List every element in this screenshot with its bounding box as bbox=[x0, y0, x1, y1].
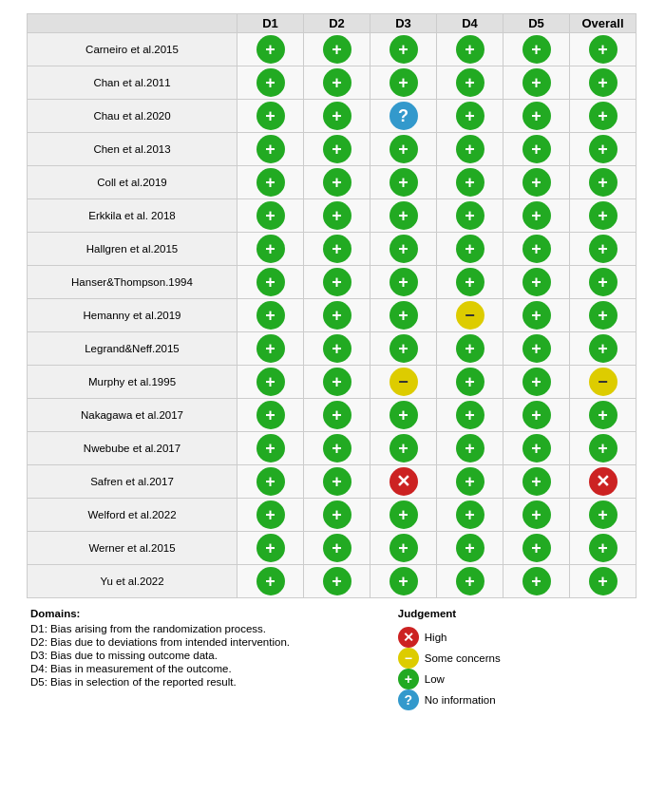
circle-low: + bbox=[323, 268, 352, 296]
domain-line: D5: Bias in selection of the reported re… bbox=[30, 676, 389, 688]
bias-cell: + bbox=[304, 266, 370, 299]
bias-cell: + bbox=[504, 465, 570, 499]
circle-low: + bbox=[522, 534, 551, 562]
col-header-d3: D3 bbox=[370, 14, 437, 33]
circle-low: + bbox=[522, 301, 551, 330]
bias-cell: + bbox=[370, 133, 437, 166]
bias-cell: + bbox=[370, 33, 437, 66]
circle-low: + bbox=[456, 334, 484, 363]
study-name-cell: Chen et al.2013 bbox=[28, 133, 238, 166]
circle-low: + bbox=[390, 567, 418, 595]
domain-line: D3: Bias due to missing outcome data. bbox=[30, 650, 389, 661]
col-header-d1: D1 bbox=[238, 14, 304, 33]
table-row: Coll et al.2019++++++ bbox=[28, 166, 636, 199]
bias-cell: + bbox=[570, 532, 636, 565]
study-name-cell: Hallgren et al.2015 bbox=[28, 233, 238, 266]
circle-low: + bbox=[522, 135, 551, 163]
bias-cell: + bbox=[437, 133, 504, 166]
bias-cell: + bbox=[437, 499, 504, 532]
bias-cell: + bbox=[370, 499, 437, 532]
bias-cell: + bbox=[304, 366, 370, 399]
circle-low: + bbox=[589, 168, 618, 197]
bias-cell: + bbox=[370, 266, 437, 299]
bias-cell: + bbox=[570, 499, 636, 532]
table-row: Safren et al.2017++✕++✕ bbox=[28, 465, 636, 499]
bias-cell: + bbox=[504, 100, 570, 133]
bias-cell: + bbox=[504, 199, 570, 233]
bias-cell: + bbox=[238, 100, 304, 133]
bias-cell: + bbox=[437, 66, 504, 100]
bias-cell: + bbox=[238, 266, 304, 299]
circle-low: + bbox=[256, 201, 285, 230]
table-row: Welford et al.2022++++++ bbox=[28, 499, 636, 532]
bias-cell: + bbox=[570, 299, 636, 332]
circle-low: + bbox=[456, 467, 484, 496]
bias-cell: + bbox=[304, 233, 370, 266]
bias-cell: + bbox=[370, 233, 437, 266]
circle-low: + bbox=[256, 467, 285, 496]
bias-cell: + bbox=[370, 299, 437, 332]
circle-low: + bbox=[323, 467, 352, 496]
bias-cell: + bbox=[238, 465, 304, 499]
bias-cell: + bbox=[504, 399, 570, 432]
bias-cell: + bbox=[304, 532, 370, 565]
circle-low: + bbox=[323, 500, 352, 529]
bias-cell: + bbox=[437, 33, 504, 66]
circle-low: + bbox=[589, 534, 618, 562]
legend-domains: Domains: D1: Bias arising from the rando… bbox=[30, 608, 389, 710]
circle-low: + bbox=[456, 68, 484, 97]
bias-cell: + bbox=[370, 532, 437, 565]
circle-low: + bbox=[522, 567, 551, 595]
bias-cell: + bbox=[437, 432, 504, 465]
circle-low: + bbox=[456, 35, 484, 64]
study-name-cell: Hemanny et al.2019 bbox=[28, 299, 238, 332]
col-header-d2: D2 bbox=[304, 14, 370, 33]
legend-area: Domains: D1: Bias arising from the rando… bbox=[10, 608, 636, 710]
study-name-cell: Chau et al.2020 bbox=[28, 100, 238, 133]
circle-low: + bbox=[390, 534, 418, 562]
legend-item: +Low bbox=[398, 669, 636, 689]
legend-item: ✕High bbox=[398, 627, 636, 648]
bias-cell: + bbox=[437, 532, 504, 565]
circle-low: + bbox=[390, 168, 418, 197]
circle-low: + bbox=[589, 401, 618, 429]
circle-low: + bbox=[589, 235, 618, 263]
table-wrapper: D1D2D3D4D5Overall Carneiro et al.2015+++… bbox=[10, 13, 636, 598]
bias-cell: + bbox=[238, 499, 304, 532]
table-row: Hemanny et al.2019+++−++ bbox=[28, 299, 636, 332]
bias-cell: + bbox=[238, 399, 304, 432]
bias-cell: + bbox=[370, 432, 437, 465]
bias-cell: + bbox=[304, 199, 370, 233]
circle-low: + bbox=[456, 268, 484, 296]
bias-cell: + bbox=[370, 332, 437, 366]
circle-low: + bbox=[256, 301, 285, 330]
bias-cell: + bbox=[238, 565, 304, 598]
bias-cell: + bbox=[504, 33, 570, 66]
circle-high: ✕ bbox=[589, 467, 618, 496]
domain-line: D4: Bias in measurement of the outcome. bbox=[30, 663, 389, 674]
circle-low: + bbox=[256, 68, 285, 97]
circle-low: + bbox=[522, 334, 551, 363]
circle-low: + bbox=[589, 434, 618, 463]
bias-cell: + bbox=[570, 166, 636, 199]
bias-cell: + bbox=[570, 565, 636, 598]
bias-cell: + bbox=[238, 133, 304, 166]
legend-circle: ? bbox=[398, 689, 419, 710]
circle-low: + bbox=[522, 268, 551, 296]
bias-cell: + bbox=[304, 299, 370, 332]
circle-low: + bbox=[323, 567, 352, 595]
judgement-items-container: ✕High−Some concerns+Low?No information bbox=[398, 627, 636, 710]
bias-cell: + bbox=[570, 233, 636, 266]
circle-low: + bbox=[522, 201, 551, 230]
table-row: Murphy et al.1995++−++− bbox=[28, 366, 636, 399]
bias-cell: + bbox=[504, 233, 570, 266]
domain-line: D1: Bias arising from the randomization … bbox=[30, 623, 389, 634]
circle-low: + bbox=[589, 500, 618, 529]
bias-cell: + bbox=[504, 299, 570, 332]
bias-cell: ? bbox=[370, 100, 437, 133]
circle-low: + bbox=[256, 434, 285, 463]
circle-low: + bbox=[522, 467, 551, 496]
bias-cell: + bbox=[504, 366, 570, 399]
study-name-cell: Coll et al.2019 bbox=[28, 166, 238, 199]
bias-cell: + bbox=[570, 432, 636, 465]
